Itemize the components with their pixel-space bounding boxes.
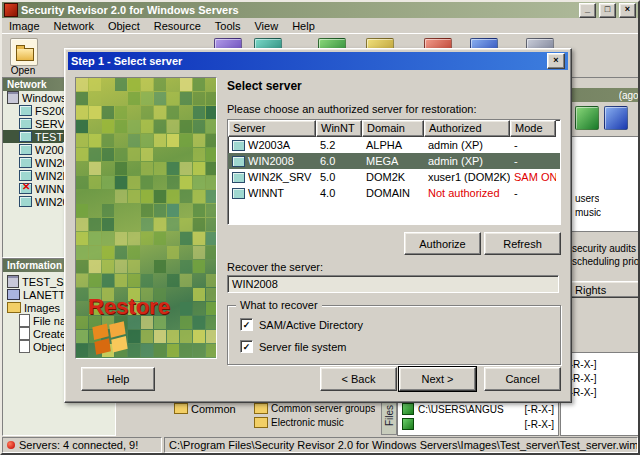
background-acl-list: [-R-X-] [-R-X-] [-R-X-] xyxy=(560,352,640,436)
windows-flag-icon xyxy=(92,322,128,354)
checkbox-checked-icon[interactable]: ✓ xyxy=(240,340,253,353)
server-file-system-option[interactable]: ✓ Server file system xyxy=(240,340,346,353)
main-titlebar: Security Revisor 2.0 for Windows Servers… xyxy=(2,2,638,18)
status-servers-segment: Servers: 4 connected, 9! xyxy=(2,437,162,453)
minimize-button[interactable]: _ xyxy=(579,3,596,18)
menu-object[interactable]: Object xyxy=(101,19,147,33)
restore-artwork: Restore xyxy=(75,77,217,359)
file-row[interactable]: C:\USERS\ANGUS [-R-X-] xyxy=(402,403,554,415)
not-authorized-badge: Not authorized xyxy=(424,187,510,199)
scheduling-priority-label: scheduling priority xyxy=(572,256,638,267)
folder-icon xyxy=(174,403,188,414)
panel-green-icon[interactable] xyxy=(575,106,599,130)
column-header-domain[interactable]: Domain xyxy=(362,120,424,137)
red-x-icon: ✕ xyxy=(22,182,30,192)
checkbox-checked-icon[interactable]: ✓ xyxy=(240,318,253,331)
folder-icon xyxy=(254,403,268,414)
authorize-button[interactable]: Authorize xyxy=(404,232,481,255)
computer-icon xyxy=(232,172,245,183)
ago-label: (ago) xyxy=(619,90,640,101)
computer-not-authorized-icon: ✕ xyxy=(19,183,32,194)
background-files-list: C:\USERS\ANGUS [-R-X-] [-R-X-] xyxy=(397,398,559,436)
computer-icon xyxy=(232,188,245,199)
server-table-header: Server WinNT Domain Authorized Mode xyxy=(228,120,560,137)
menu-view[interactable]: View xyxy=(247,19,285,33)
list-item[interactable]: users xyxy=(575,193,599,204)
server-table: Server WinNT Domain Authorized Mode W200… xyxy=(227,119,561,225)
dialog-close-icon[interactable]: × xyxy=(547,53,565,69)
cancel-button[interactable]: Cancel xyxy=(484,367,561,391)
next-button[interactable]: Next > xyxy=(399,367,476,391)
open-folder-icon[interactable] xyxy=(10,38,38,66)
computer-icon xyxy=(19,196,32,207)
menu-tools[interactable]: Tools xyxy=(208,19,248,33)
window-title: Security Revisor 2.0 for Windows Servers xyxy=(21,4,576,16)
menu-help[interactable]: Help xyxy=(285,19,322,33)
column-header-mode[interactable]: Mode xyxy=(510,120,556,137)
menu-image[interactable]: Image xyxy=(2,19,47,33)
sam-active-directory-option[interactable]: ✓ SAM/Active Directory xyxy=(240,318,363,331)
table-row[interactable]: W2003A 5.2 ALPHA admin (XP) - xyxy=(228,137,560,153)
panel-blue-icon[interactable] xyxy=(604,106,628,130)
computer-icon xyxy=(19,131,32,142)
folder-green-icon xyxy=(402,418,414,430)
tree-item-common[interactable]: Common xyxy=(170,402,252,415)
file-row[interactable]: [-R-X-] xyxy=(402,418,554,430)
disk-icon xyxy=(7,289,20,300)
computer-icon xyxy=(19,118,32,129)
help-button[interactable]: Help xyxy=(81,367,155,391)
refresh-button[interactable]: Refresh xyxy=(484,232,561,255)
close-button[interactable]: × xyxy=(619,3,636,18)
computer-icon xyxy=(19,105,32,116)
computer-icon xyxy=(19,157,32,168)
document-icon xyxy=(19,314,30,327)
computer-icon xyxy=(19,144,32,155)
computer-icon xyxy=(19,170,32,181)
dialog-heading: Select server xyxy=(227,79,302,93)
table-row[interactable]: WINNT 4.0 DOMAIN Not authorized - xyxy=(228,185,560,201)
open-label: Open xyxy=(3,65,43,76)
dialog-titlebar: Step 1 - Select server × xyxy=(68,52,568,70)
back-button[interactable]: < Back xyxy=(320,367,397,391)
table-row[interactable]: WIN2K_SRV 5.0 DOM2K xuser1 (DOM2K) SAM O… xyxy=(228,169,560,185)
recover-server-label: Recover the server: xyxy=(227,261,323,273)
security-audits-label: security audits xyxy=(572,243,638,254)
status-red-icon xyxy=(7,441,15,449)
what-to-recover-group: What to recover ✓ SAM/Active Directory ✓… xyxy=(227,305,561,365)
folder-glyph-icon xyxy=(16,48,34,61)
status-path-segment: C:\Program Files\Security Revisor 2.0 fo… xyxy=(164,437,638,453)
document-icon xyxy=(19,340,30,353)
recover-server-field[interactable]: WIN2008 xyxy=(227,275,559,293)
table-row-selected[interactable]: WIN2008 6.0 MEGA admin (XP) - xyxy=(228,153,560,169)
document-icon xyxy=(19,327,30,340)
column-header-server[interactable]: Server xyxy=(228,120,316,137)
status-bar: Servers: 4 connected, 9! C:\Program File… xyxy=(2,437,638,453)
folder-icon xyxy=(7,302,21,313)
folder-icon xyxy=(254,417,268,428)
list-item-common-server-groups[interactable]: Common server groups xyxy=(250,402,384,415)
sam-only-badge: SAM ONLY xyxy=(510,171,556,183)
select-server-dialog: Step 1 - Select server × Restore Select … xyxy=(64,48,572,403)
server-icon xyxy=(7,91,19,104)
computer-icon xyxy=(232,140,245,151)
app-icon xyxy=(4,3,18,17)
list-item-electronic-music[interactable]: Electronic music xyxy=(250,416,384,429)
server-icon xyxy=(7,275,19,288)
menu-resource[interactable]: Resource xyxy=(147,19,208,33)
dialog-title: Step 1 - Select server xyxy=(71,55,547,67)
computer-icon xyxy=(232,156,245,167)
maximize-button[interactable]: □ xyxy=(599,3,616,18)
menu-network[interactable]: Network xyxy=(47,19,101,33)
rights-column-header[interactable]: Rights xyxy=(570,281,640,298)
dialog-instruction: Please choose an authorized server for r… xyxy=(227,103,476,115)
restore-wordmark: Restore xyxy=(88,294,170,320)
menu-bar: Image Network Object Resource Tools View… xyxy=(2,18,638,33)
background-list: users music xyxy=(560,136,640,232)
column-header-authorized[interactable]: Authorized xyxy=(424,120,510,137)
list-item[interactable]: music xyxy=(575,207,601,218)
folder-green-icon xyxy=(402,403,414,415)
group-title: What to recover xyxy=(236,299,322,311)
column-header-winnt[interactable]: WinNT xyxy=(316,120,362,137)
